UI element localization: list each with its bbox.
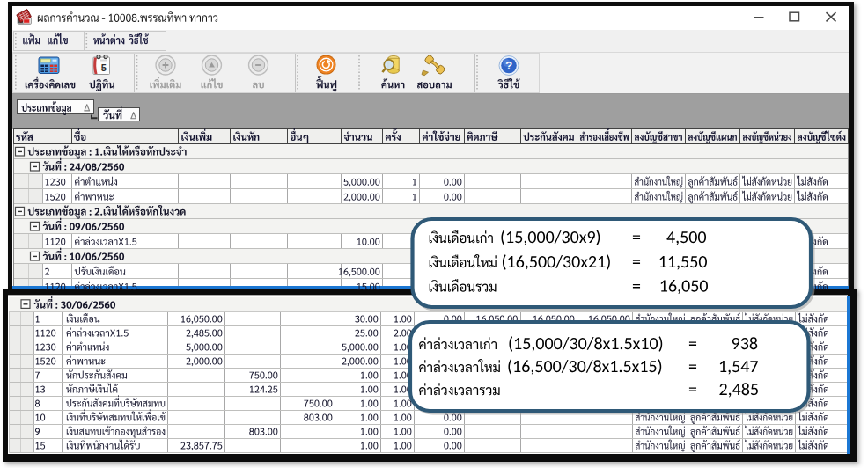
svg-text:?: ? — [505, 59, 512, 72]
svg-text:5: 5 — [101, 62, 107, 73]
